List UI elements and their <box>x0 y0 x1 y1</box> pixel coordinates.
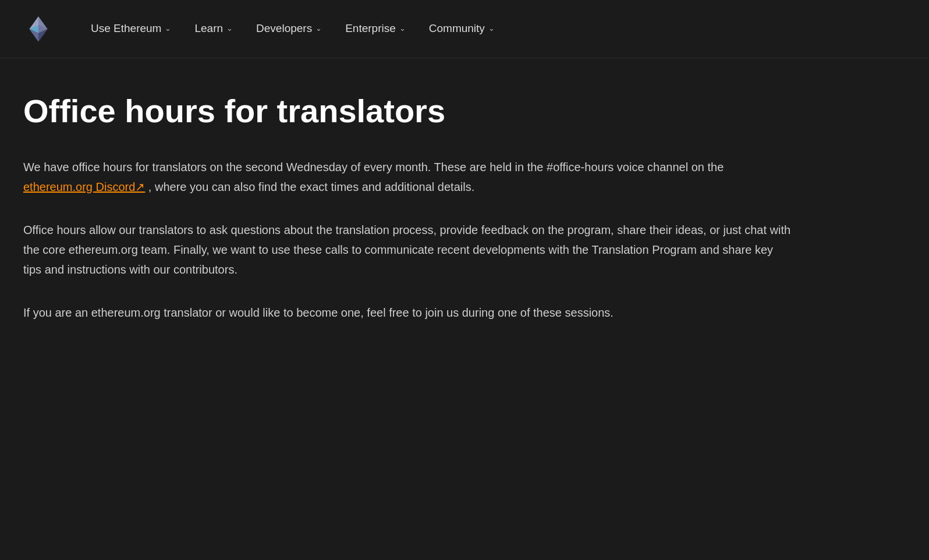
chevron-down-icon: ⌄ <box>226 23 233 35</box>
chevron-down-icon: ⌄ <box>315 23 322 35</box>
page-title: Office hours for translators <box>23 93 792 129</box>
nav-item-enterprise[interactable]: Enterprise ⌄ <box>336 15 415 42</box>
main-content: Office hours for translators We have off… <box>0 58 815 392</box>
nav-item-use-ethereum[interactable]: Use Ethereum ⌄ <box>81 15 180 42</box>
chevron-down-icon: ⌄ <box>165 23 171 35</box>
nav-links: Use Ethereum ⌄ Learn ⌄ Developers ⌄ Ente… <box>81 15 504 42</box>
paragraph-2: Office hours allow our translators to as… <box>23 220 792 279</box>
chevron-down-icon: ⌄ <box>399 23 406 35</box>
paragraph-1: We have office hours for translators on … <box>23 157 792 197</box>
main-nav: Use Ethereum ⌄ Learn ⌄ Developers ⌄ Ente… <box>0 0 929 58</box>
chevron-down-icon: ⌄ <box>488 23 495 35</box>
nav-item-community[interactable]: Community ⌄ <box>420 15 504 42</box>
paragraph-3: If you are an ethereum.org translator or… <box>23 303 792 322</box>
discord-link[interactable]: ethereum.org Discord↗ <box>23 180 145 193</box>
nav-item-learn[interactable]: Learn ⌄ <box>185 15 242 42</box>
nav-item-developers[interactable]: Developers ⌄ <box>247 15 331 42</box>
logo[interactable] <box>23 14 54 44</box>
